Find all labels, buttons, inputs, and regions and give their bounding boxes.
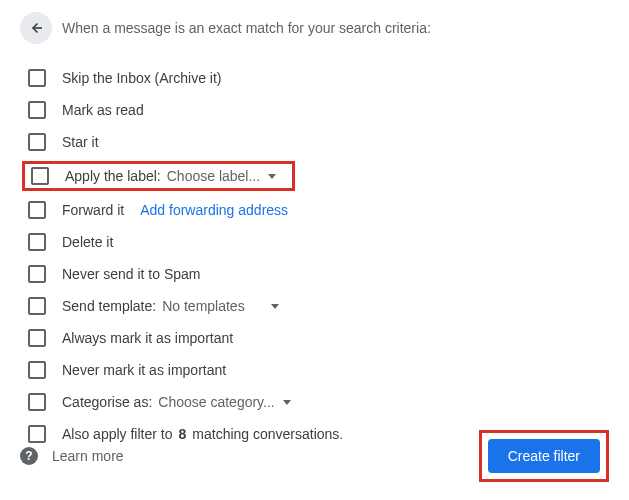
help-icon: ? — [20, 447, 38, 465]
header-text: When a message is an exact match for you… — [62, 20, 431, 36]
categorise-text: Categorise as: — [62, 394, 152, 410]
checkbox-forward-it[interactable] — [28, 201, 46, 219]
option-send-template: Send template: No templates — [28, 290, 609, 322]
send-template-text: Send template: — [62, 298, 156, 314]
chevron-down-icon — [283, 400, 291, 405]
checkbox-delete-it[interactable] — [28, 233, 46, 251]
label-never-spam: Never send it to Spam — [62, 266, 201, 282]
option-always-important: Always mark it as important — [28, 322, 609, 354]
checkbox-send-template[interactable] — [28, 297, 46, 315]
option-forward-it: Forward it Add forwarding address — [28, 194, 609, 226]
options-list: Skip the Inbox (Archive it) Mark as read… — [28, 62, 609, 450]
option-categorise: Categorise as: Choose category... — [28, 386, 609, 418]
label-send-template: Send template: No templates — [62, 298, 279, 314]
option-delete-it: Delete it — [28, 226, 609, 258]
label-mark-read: Mark as read — [62, 102, 144, 118]
checkbox-always-important[interactable] — [28, 329, 46, 347]
option-never-spam: Never send it to Spam — [28, 258, 609, 290]
create-filter-highlight: Create filter — [479, 430, 609, 482]
checkbox-apply-label[interactable] — [31, 167, 49, 185]
label-apply-label: Apply the label: Choose label... — [65, 168, 286, 184]
learn-more-link[interactable]: ? Learn more — [20, 447, 124, 465]
label-never-important: Never mark it as important — [62, 362, 226, 378]
label-delete-it: Delete it — [62, 234, 113, 250]
label-forward-it: Forward it Add forwarding address — [62, 202, 288, 218]
chevron-down-icon — [268, 174, 276, 179]
checkbox-never-important[interactable] — [28, 361, 46, 379]
header: When a message is an exact match for you… — [20, 12, 609, 44]
back-button[interactable] — [20, 12, 52, 44]
arrow-left-icon — [27, 19, 45, 37]
apply-label-text: Apply the label: — [65, 168, 161, 184]
option-never-important: Never mark it as important — [28, 354, 609, 386]
option-star-it: Star it — [28, 126, 609, 158]
checkbox-categorise[interactable] — [28, 393, 46, 411]
apply-label-dropdown-text: Choose label... — [167, 168, 260, 184]
option-mark-read: Mark as read — [28, 94, 609, 126]
option-apply-label: Apply the label: Choose label... — [28, 158, 609, 194]
option-skip-inbox: Skip the Inbox (Archive it) — [28, 62, 609, 94]
learn-more-text: Learn more — [52, 448, 124, 464]
chevron-down-icon — [271, 304, 279, 309]
categorise-dropdown[interactable]: Choose category... — [158, 394, 290, 410]
forward-link[interactable]: Add forwarding address — [140, 202, 288, 218]
send-template-dropdown-text: No templates — [162, 298, 244, 314]
footer: ? Learn more Create filter — [20, 430, 609, 482]
send-template-dropdown[interactable]: No templates — [162, 298, 278, 314]
label-skip-inbox: Skip the Inbox (Archive it) — [62, 70, 222, 86]
categorise-dropdown-text: Choose category... — [158, 394, 274, 410]
checkbox-star-it[interactable] — [28, 133, 46, 151]
label-always-important: Always mark it as important — [62, 330, 233, 346]
checkbox-skip-inbox[interactable] — [28, 69, 46, 87]
apply-label-highlight: Apply the label: Choose label... — [22, 161, 295, 191]
forward-it-text: Forward it — [62, 202, 124, 218]
label-categorise: Categorise as: Choose category... — [62, 394, 291, 410]
label-star-it: Star it — [62, 134, 99, 150]
checkbox-never-spam[interactable] — [28, 265, 46, 283]
create-filter-button[interactable]: Create filter — [488, 439, 600, 473]
apply-label-dropdown[interactable]: Choose label... — [167, 168, 276, 184]
checkbox-mark-read[interactable] — [28, 101, 46, 119]
